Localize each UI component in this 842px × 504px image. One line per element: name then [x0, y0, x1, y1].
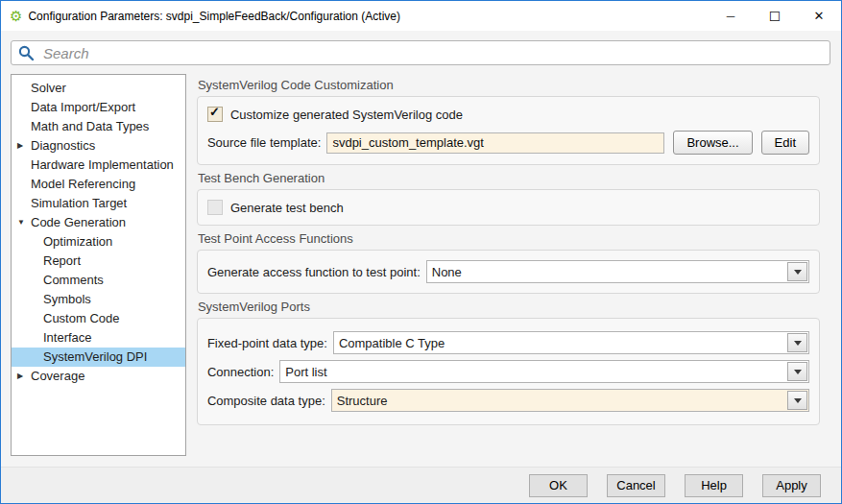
dropdown-button[interactable] — [787, 391, 807, 410]
customize-code-checkbox[interactable] — [207, 107, 223, 122]
sidebar-item-math-and-data-types[interactable]: Math and Data Types — [12, 117, 185, 136]
title-bar: ⚙ Configuration Parameters: svdpi_Simple… — [1, 1, 841, 31]
composite-data-type-dropdown[interactable]: Structure — [331, 389, 809, 412]
access-function-label: Generate access function to test point: — [207, 265, 421, 279]
ok-button[interactable]: OK — [529, 474, 588, 497]
customize-code-label: Customize generated SystemVerilog code — [230, 108, 463, 122]
sidebar-item-model-referencing[interactable]: Model Referencing — [12, 175, 185, 194]
connection-label: Connection: — [207, 365, 274, 379]
sidebar-item-interface[interactable]: Interface — [12, 328, 185, 348]
dropdown-button[interactable] — [787, 262, 807, 281]
category-tree: Solver Data Import/Export Math and Data … — [11, 74, 186, 456]
dropdown-button[interactable] — [787, 362, 807, 381]
edit-button[interactable]: Edit — [761, 131, 809, 155]
fixed-point-data-type-label: Fixed-point data type: — [207, 336, 327, 350]
fixed-point-data-type-dropdown[interactable]: Compatible C Type — [333, 331, 809, 354]
source-file-template-label: Source file template: — [207, 135, 322, 150]
generate-test-bench-checkbox[interactable] — [207, 200, 223, 215]
sidebar-item-comments[interactable]: Comments — [12, 271, 185, 290]
sidebar-item-custom-code[interactable]: Custom Code — [12, 309, 185, 328]
chevron-down-icon — [794, 270, 802, 275]
search-icon — [18, 45, 35, 61]
section-title-systemverilog-ports: SystemVerilog Ports — [197, 294, 820, 318]
help-button[interactable]: Help — [685, 474, 743, 497]
content-area: Solver Data Import/Export Math and Data … — [1, 74, 841, 456]
sidebar-item-optimization[interactable]: Optimization — [12, 232, 185, 252]
composite-data-type-value: Structure — [332, 394, 786, 408]
sidebar-item-hardware-implementation[interactable]: Hardware Implementation — [12, 156, 185, 175]
settings-panel: SystemVerilog Code Customization Customi… — [197, 74, 820, 425]
window-title: Configuration Parameters: svdpi_SimpleFe… — [28, 10, 400, 23]
search-input[interactable] — [41, 44, 823, 62]
maximize-icon[interactable]: ☐ — [753, 1, 797, 31]
section-title-test-bench-generation: Test Bench Generation — [197, 165, 820, 189]
access-function-dropdown[interactable]: None — [426, 260, 809, 283]
access-function-value: None — [427, 265, 786, 279]
section-title-systemverilog-code-customization: SystemVerilog Code Customization — [197, 75, 820, 96]
search-box[interactable] — [11, 40, 830, 65]
sidebar-item-code-generation[interactable]: ▼ Code Generation — [12, 213, 185, 232]
chevron-down-icon — [794, 341, 802, 346]
sidebar-item-solver[interactable]: Solver — [12, 79, 185, 98]
apply-button[interactable]: Apply — [762, 474, 821, 497]
sidebar-item-label: Code Generation — [31, 215, 126, 229]
chevron-down-icon — [794, 398, 802, 403]
generate-test-bench-label: Generate test bench — [230, 201, 344, 215]
fixed-point-data-type-value: Compatible C Type — [334, 336, 786, 350]
dialog-button-bar: OK Cancel Help Apply — [1, 467, 841, 503]
chevron-expanded-icon[interactable]: ▼ — [17, 213, 29, 232]
sidebar-item-simulation-target[interactable]: Simulation Target — [12, 194, 185, 213]
connection-value: Port list — [280, 365, 786, 379]
sidebar-item-systemverilog-dpi[interactable]: SystemVerilog DPI — [12, 348, 185, 367]
search-row — [1, 31, 841, 74]
group-systemverilog-code-customization: Customize generated SystemVerilog code S… — [197, 96, 820, 165]
chevron-down-icon — [794, 370, 802, 374]
group-systemverilog-ports: Fixed-point data type: Compatible C Type… — [197, 318, 820, 425]
connection-dropdown[interactable]: Port list — [279, 360, 809, 383]
configuration-parameters-dialog: ⚙ Configuration Parameters: svdpi_Simple… — [0, 0, 842, 504]
sidebar-item-diagnostics[interactable]: ▶ Diagnostics — [12, 136, 185, 156]
chevron-collapsed-icon[interactable]: ▶ — [17, 367, 29, 386]
sidebar-item-data-import-export[interactable]: Data Import/Export — [12, 98, 185, 117]
minimize-icon[interactable]: ─ — [709, 1, 753, 31]
sidebar-item-symbols[interactable]: Symbols — [12, 290, 185, 309]
section-title-test-point-access-functions: Test Point Access Functions — [197, 226, 820, 250]
simulink-gear-icon: ⚙ — [10, 9, 22, 23]
sidebar-item-label: Diagnostics — [31, 138, 95, 153]
composite-data-type-label: Composite data type: — [207, 394, 325, 408]
browse-button[interactable]: Browse... — [673, 131, 752, 155]
group-test-bench-generation: Generate test bench — [197, 189, 820, 226]
sidebar-item-coverage[interactable]: ▶ Coverage — [12, 367, 185, 386]
sidebar-item-report[interactable]: Report — [12, 252, 185, 271]
chevron-collapsed-icon[interactable]: ▶ — [17, 136, 29, 156]
cancel-button[interactable]: Cancel — [607, 474, 665, 497]
group-test-point-access-functions: Generate access function to test point: … — [197, 250, 820, 294]
source-file-template-input[interactable] — [326, 132, 664, 154]
dropdown-button[interactable] — [787, 333, 807, 352]
window-controls: ─ ☐ ✕ — [709, 1, 841, 31]
close-icon[interactable]: ✕ — [797, 1, 841, 31]
sidebar-item-label: Coverage — [31, 369, 84, 383]
